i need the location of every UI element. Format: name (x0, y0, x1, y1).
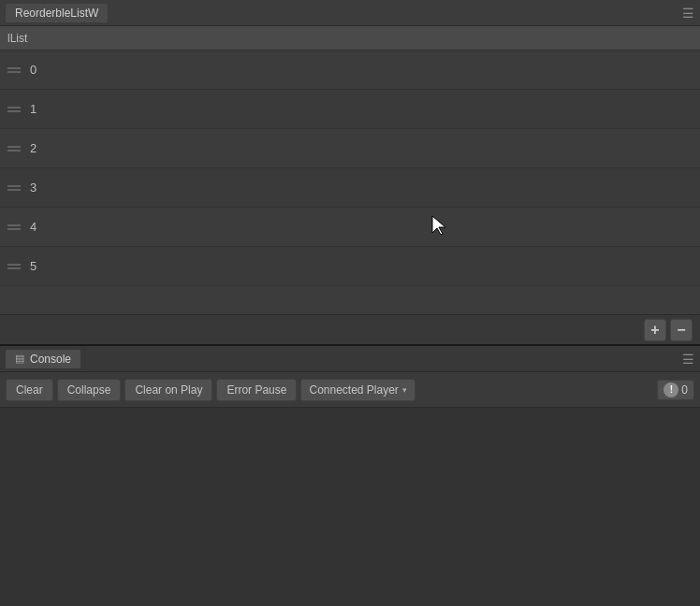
drag-handle-5[interactable] (7, 264, 21, 269)
item-number-1: 1 (30, 102, 36, 116)
connected-player-label: Connected Player (309, 383, 398, 397)
console-toolbar: Clear Collapse Clear on Play Error Pause… (0, 372, 700, 408)
top-panel-header: ReorderbleListW ☰ (0, 0, 700, 26)
list-item: 4 (0, 208, 700, 247)
bottom-panel-header: ▤ Console ☰ (0, 346, 700, 372)
drag-handle-1[interactable] (7, 107, 21, 112)
warning-icon: ! (664, 382, 678, 397)
list-item: 3 (0, 168, 700, 208)
ilist-header: lList (0, 26, 700, 50)
console-title: Console (30, 353, 71, 366)
list-item: 5 (0, 247, 700, 286)
drag-handle-0[interactable] (7, 67, 21, 73)
drag-handle-2[interactable] (7, 146, 21, 152)
clear-button[interactable]: Clear (6, 379, 53, 401)
ilist-label: lList (7, 32, 27, 45)
dropdown-arrow-icon: ▾ (402, 385, 407, 395)
console-icon: ▤ (15, 353, 24, 365)
item-number-0: 0 (30, 63, 36, 77)
item-number-2: 2 (30, 141, 36, 155)
top-panel: ReorderbleListW ☰ lList 0 1 2 (0, 0, 700, 346)
drag-handle-3[interactable] (7, 185, 21, 191)
list-bottom-bar: + − (0, 314, 700, 344)
console-content (0, 408, 700, 606)
top-panel-title[interactable]: ReorderbleListW (6, 4, 108, 22)
bottom-panel: ▤ Console ☰ Clear Collapse Clear on Play… (0, 346, 700, 606)
top-panel-menu-icon[interactable]: ☰ (682, 6, 694, 21)
collapse-button[interactable]: Collapse (57, 379, 122, 401)
item-number-4: 4 (30, 220, 36, 234)
list-area: 0 1 2 3 4 (0, 50, 700, 314)
add-button[interactable]: + (644, 319, 666, 341)
list-item: 1 (0, 90, 700, 129)
list-item: 2 (0, 129, 700, 168)
warning-badge[interactable]: ! 0 (657, 380, 694, 400)
clear-on-play-button[interactable]: Clear on Play (124, 379, 212, 401)
console-right-controls: ! 0 (657, 380, 694, 400)
console-tab[interactable]: ▤ Console (6, 350, 80, 368)
item-number-3: 3 (30, 180, 36, 195)
error-pause-button[interactable]: Error Pause (216, 379, 297, 401)
list-item: 0 (0, 50, 700, 90)
bottom-panel-menu-icon[interactable]: ☰ (682, 352, 694, 367)
warning-count: 0 (681, 383, 688, 397)
remove-button[interactable]: − (670, 319, 693, 341)
item-number-5: 5 (30, 259, 36, 273)
connected-player-dropdown[interactable]: Connected Player ▾ (300, 379, 415, 401)
drag-handle-4[interactable] (7, 224, 21, 230)
